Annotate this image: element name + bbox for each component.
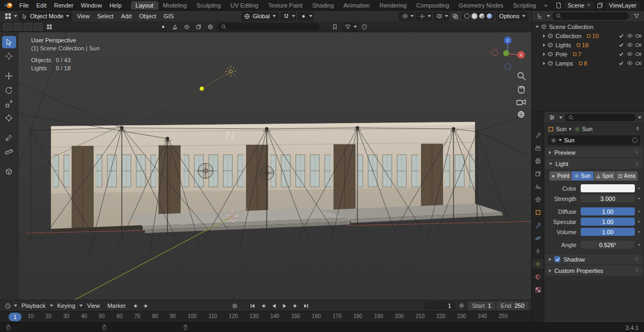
outliner-row-lights[interactable]: Lights 18 xyxy=(532,40,644,49)
snap-magnet-icon[interactable] xyxy=(281,12,291,21)
camera-toggle[interactable] xyxy=(635,42,641,48)
tab-texture[interactable] xyxy=(532,285,544,294)
volume-slider[interactable]: 1.00 xyxy=(581,228,635,236)
blender-logo-icon[interactable] xyxy=(4,2,13,9)
menu-view[interactable]: View xyxy=(74,12,93,20)
animate-dot-icon[interactable] xyxy=(638,211,640,212)
tab-object[interactable] xyxy=(532,207,544,217)
tool-select-box[interactable] xyxy=(2,36,16,48)
shading-wireframe-button[interactable] xyxy=(464,13,470,19)
jump-next-marker-button[interactable] xyxy=(141,301,151,311)
disclosure-icon[interactable] xyxy=(543,44,545,47)
animate-dot-icon[interactable] xyxy=(638,198,640,199)
current-frame-field[interactable]: 1 xyxy=(425,301,456,310)
panel-shadow-header[interactable]: Shadow ⠿ xyxy=(545,254,643,264)
browse-scene-icon[interactable] xyxy=(555,2,562,9)
tab-rendering[interactable]: Rendering xyxy=(375,1,412,10)
panel-grip-icon[interactable]: ⠿ xyxy=(635,268,639,273)
tab-world[interactable] xyxy=(532,194,544,204)
panel-light-header[interactable]: Light ⠿ xyxy=(545,158,643,169)
outliner-row-lamps[interactable]: Lamps 8 xyxy=(532,59,644,68)
checkbox-toggle[interactable] xyxy=(618,42,624,48)
filter-funnel-icon[interactable] xyxy=(343,23,353,32)
panel-custom-properties-header[interactable]: Custom Properties ⠿ xyxy=(545,265,643,276)
tool-cursor[interactable] xyxy=(2,50,16,62)
overlays-icon[interactable] xyxy=(434,12,444,21)
specular-slider[interactable]: 1.00 xyxy=(581,218,635,226)
breadcrumb-object[interactable]: Sun xyxy=(556,126,567,132)
menu-select[interactable]: Select xyxy=(94,12,117,20)
shield-icon[interactable] xyxy=(360,23,370,32)
tool-setting-menu-icon[interactable] xyxy=(44,23,54,32)
tab-shading[interactable]: Shading xyxy=(308,1,339,10)
tab-geometry-nodes[interactable]: Geometry Nodes xyxy=(454,1,508,10)
tab-scripting[interactable]: Scripting xyxy=(508,1,541,10)
disclosure-icon[interactable] xyxy=(543,62,545,65)
tool-option-cone-icon[interactable] xyxy=(170,23,180,32)
tool-option-sphere-icon[interactable] xyxy=(158,23,169,32)
tab-uv-editing[interactable]: UV Editing xyxy=(225,1,263,10)
tab-material[interactable] xyxy=(532,272,544,282)
menu-playback[interactable]: Playback xyxy=(18,302,49,309)
camera-view-icon[interactable] xyxy=(517,100,525,105)
eye-toggle[interactable] xyxy=(626,42,633,48)
tab-view-layer[interactable] xyxy=(532,169,544,178)
tool-rotate[interactable] xyxy=(2,84,16,96)
camera-toggle[interactable] xyxy=(635,51,641,57)
disclosure-icon[interactable] xyxy=(543,34,545,38)
play-button[interactable] xyxy=(280,301,290,311)
properties-filter-chevron-icon[interactable] xyxy=(638,117,641,119)
tool-add-cube[interactable] xyxy=(2,165,16,178)
visibility-chevron-icon[interactable] xyxy=(411,15,414,17)
shading-solid-button[interactable] xyxy=(472,13,477,19)
menu-keying[interactable]: Keying xyxy=(54,302,79,309)
timeline-editor-type-button[interactable] xyxy=(3,301,13,311)
outliner-filter-icon[interactable] xyxy=(631,12,641,21)
menu-add[interactable]: Add xyxy=(118,12,135,20)
pan-hand-icon[interactable] xyxy=(518,86,524,93)
menu-window[interactable]: Window xyxy=(77,2,106,9)
navigation-gizmo[interactable]: Z X xyxy=(492,37,525,70)
overlays-chevron-icon[interactable] xyxy=(445,15,448,17)
mode-dropdown[interactable]: Object Mode xyxy=(18,12,72,21)
timeline-ruler[interactable]: 110 2030 4050 6070 8090 100110 120130 14… xyxy=(0,311,531,322)
angle-field[interactable]: 0.526° xyxy=(581,241,635,249)
tab-sculpting[interactable]: Sculpting xyxy=(192,1,225,10)
properties-search-input[interactable] xyxy=(565,114,636,121)
tab-layout[interactable]: Layout xyxy=(131,1,158,10)
tab-physics[interactable] xyxy=(532,233,544,243)
prev-keyframe-button[interactable] xyxy=(258,301,268,311)
tool-transform[interactable] xyxy=(2,112,16,124)
tab-output[interactable] xyxy=(532,156,544,165)
xray-toggle-icon[interactable] xyxy=(450,12,460,21)
light-name-field[interactable]: Sun xyxy=(548,135,640,145)
eye-toggle[interactable] xyxy=(626,60,633,67)
editor-type-chevron-icon[interactable] xyxy=(14,15,17,17)
proportional-edit-icon[interactable] xyxy=(298,12,309,21)
outliner-search-input[interactable] xyxy=(552,12,629,20)
gizmo-minus-z-axis[interactable] xyxy=(505,64,511,70)
tab-object-data[interactable] xyxy=(532,259,544,269)
outliner-row-pole[interactable]: Pole 7 xyxy=(532,49,644,59)
checkbox-toggle[interactable] xyxy=(618,51,624,57)
checkbox-toggle[interactable] xyxy=(618,60,624,67)
tool-setting-swatch-4[interactable] xyxy=(34,23,42,31)
tool-scale[interactable] xyxy=(2,98,16,110)
light-type-point[interactable]: Point xyxy=(550,171,571,181)
tool-setting-swatch-2[interactable] xyxy=(13,23,22,31)
tool-search-input[interactable] xyxy=(217,23,319,31)
strength-field[interactable]: 3.000 xyxy=(581,194,635,203)
animate-dot-icon[interactable] xyxy=(638,221,640,222)
eye-toggle[interactable] xyxy=(626,33,633,39)
menu-help[interactable]: Help xyxy=(106,2,126,9)
shading-material-button[interactable] xyxy=(479,13,485,19)
tab-texture-paint[interactable]: Texture Paint xyxy=(263,1,307,10)
panel-grip-icon[interactable]: ⠿ xyxy=(635,150,639,155)
properties-editor-type-button[interactable] xyxy=(547,113,557,122)
tab-animation[interactable]: Animation xyxy=(339,1,375,10)
playhead[interactable]: 1 xyxy=(9,313,21,321)
animate-dot-icon[interactable] xyxy=(638,231,640,233)
light-type-spot[interactable]: Spot xyxy=(594,171,616,181)
menu-render[interactable]: Render xyxy=(50,2,77,9)
snap-chevron-icon[interactable] xyxy=(292,15,295,17)
